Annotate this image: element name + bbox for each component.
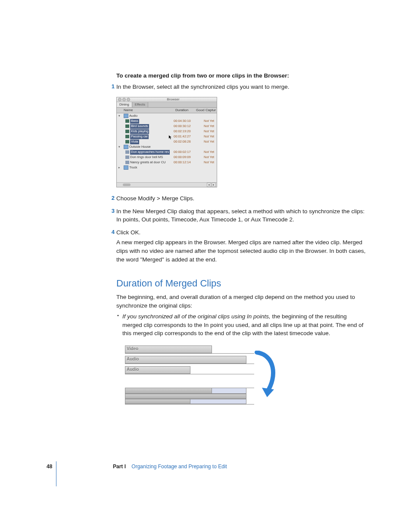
- col-duration[interactable]: Duration: [175, 108, 196, 113]
- row-duration: 00:00:12:14: [174, 160, 194, 165]
- label-audio-1: Audio: [127, 356, 139, 363]
- result-paragraph: A new merged clip appears in the Browser…: [116, 238, 366, 264]
- audio-clip-icon: [125, 130, 129, 133]
- row-name[interactable]: Don approaches home rev: [130, 150, 170, 155]
- page-number: 48: [47, 463, 52, 470]
- audio-clip-icon: [125, 124, 129, 128]
- row-name[interactable]: Bird sounds: [130, 124, 149, 129]
- col-capture[interactable]: Captur: [206, 108, 217, 113]
- browser-row[interactable]: Viola00:02:08:28Not Yet: [117, 139, 217, 144]
- browser-row[interactable]: Kids playing00:02:19:20Not Yet: [117, 129, 217, 134]
- row-capture: Not Yet: [204, 129, 217, 134]
- browser-figure: Browser Dining Effects Name Duration Goo…: [116, 97, 366, 187]
- row-duration: 00:00:30:12: [174, 124, 194, 129]
- row-name[interactable]: Audio: [129, 114, 137, 118]
- col-name[interactable]: Name: [117, 108, 175, 113]
- intro-heading: To create a merged clip from two or more…: [116, 72, 366, 80]
- bin-icon: [124, 165, 128, 170]
- zoom-dot[interactable]: [127, 98, 130, 101]
- row-name[interactable]: Viola: [130, 140, 139, 144]
- browser-row[interactable]: ▾Outside House: [117, 144, 217, 149]
- bin-icon: [124, 145, 128, 149]
- row-capture: Not Yet: [204, 140, 217, 144]
- step-2: 2 Choose Modify > Merge Clips.: [116, 194, 366, 203]
- tab-effects[interactable]: Effects: [132, 102, 148, 107]
- footer-title: Organizing Footage and Preparing to Edit: [131, 464, 227, 470]
- browser-row[interactable]: Bass00:04:30:10Not Yet: [117, 118, 217, 124]
- arrow-icon: [254, 351, 280, 402]
- close-dot[interactable]: [118, 98, 121, 101]
- minimize-dot[interactable]: [122, 98, 126, 101]
- step-2-text: Choose Modify > Merge Clips.: [116, 195, 194, 202]
- merged-clip-diagram: Video Audio Audio Merged clip: [116, 345, 289, 414]
- row-name[interactable]: Kids playing: [130, 129, 149, 134]
- row-capture: Not Yet: [204, 150, 217, 155]
- bullet-lead: If you synchronized all of the original …: [122, 313, 271, 320]
- browser-row[interactable]: ▸Truck: [117, 165, 217, 170]
- step-1-text: In the Browser, select all the synchroni…: [116, 84, 289, 90]
- tab-dining[interactable]: Dining: [117, 102, 132, 107]
- bullet-in-points: If you synchronized all of the original …: [116, 312, 366, 338]
- section-heading: Duration of Merged Clips: [116, 277, 366, 290]
- browser-row[interactable]: Bird sounds00:00:30:12Not Yet: [117, 124, 217, 129]
- browser-title: Browser: [131, 97, 215, 102]
- row-duration: 00:02:19:20: [174, 129, 194, 134]
- label-audio-2: Audio: [127, 367, 139, 373]
- bin-icon: [124, 114, 128, 118]
- row-capture: Not Yet: [204, 160, 217, 165]
- col-good[interactable]: Good: [196, 108, 206, 113]
- video-clip-icon: [125, 150, 129, 154]
- video-clip-icon: [125, 161, 129, 164]
- row-capture: Not Yet: [204, 155, 217, 160]
- page-footer: 48 Part I Organizing Footage and Prepari…: [0, 463, 411, 472]
- scroll-left-icon[interactable]: ◂: [207, 183, 211, 187]
- row-name[interactable]: Nancy greets at door CU: [130, 160, 166, 165]
- column-headers: Name Duration Good Captur: [117, 108, 217, 113]
- browser-row[interactable]: Don approaches home rev00:00:02:17Not Ye…: [117, 149, 217, 155]
- row-duration: 00:04:30:10: [174, 119, 194, 124]
- audio-clip-icon: [125, 119, 129, 123]
- row-name[interactable]: Passing car: [130, 134, 149, 139]
- section-intro: The beginning, end, and overall duration…: [116, 293, 366, 310]
- footer-part: Part I: [113, 464, 126, 470]
- row-duration: 00:02:08:28: [174, 140, 194, 144]
- row-capture: Not Yet: [204, 124, 217, 129]
- browser-row[interactable]: Passing car00:01:42:27Not Yet: [117, 134, 217, 139]
- row-duration: 00:00:02:17: [174, 150, 194, 155]
- browser-row[interactable]: Don rings door bell MS00:00:09:09Not Yet: [117, 155, 217, 160]
- audio-clip-icon: [125, 135, 129, 138]
- browser-row[interactable]: ▾Audio: [117, 113, 217, 118]
- row-duration: 00:00:09:09: [174, 155, 194, 160]
- row-name[interactable]: Don rings door bell MS: [130, 155, 163, 160]
- step-4-text: Click OK.: [116, 229, 140, 236]
- scroll-right-icon[interactable]: ▸: [212, 183, 216, 187]
- footer-rule: [56, 461, 56, 486]
- step-3: 3 In the New Merged Clip dialog that app…: [116, 207, 366, 224]
- browser-body: ▾AudioBass00:04:30:10Not YetBird sounds0…: [117, 113, 217, 182]
- row-name[interactable]: Bass: [130, 119, 139, 124]
- step-4: 4 Click OK. A new merged clip appears in…: [116, 228, 366, 264]
- row-capture: Not Yet: [204, 119, 217, 124]
- browser-row[interactable]: Nancy greets at door CU00:00:12:14Not Ye…: [117, 160, 217, 165]
- browser-window: Browser Dining Effects Name Duration Goo…: [116, 97, 217, 187]
- video-clip-icon: [125, 156, 129, 159]
- audio-clip-icon: [125, 140, 129, 143]
- scroll-thumb[interactable]: [123, 184, 131, 186]
- row-duration: 00:01:42:27: [174, 134, 194, 139]
- browser-scrollbar[interactable]: ◂ ▸: [117, 182, 217, 187]
- browser-titlebar: Browser: [117, 97, 217, 102]
- row-name[interactable]: Outside House: [129, 145, 151, 149]
- row-name[interactable]: Truck: [129, 165, 137, 170]
- row-capture: Not Yet: [204, 134, 217, 139]
- step-1: 1 In the Browser, select all the synchro…: [116, 83, 366, 188]
- step-3-text: In the New Merged Clip dialog that appea…: [116, 208, 364, 223]
- label-video: Video: [127, 346, 138, 352]
